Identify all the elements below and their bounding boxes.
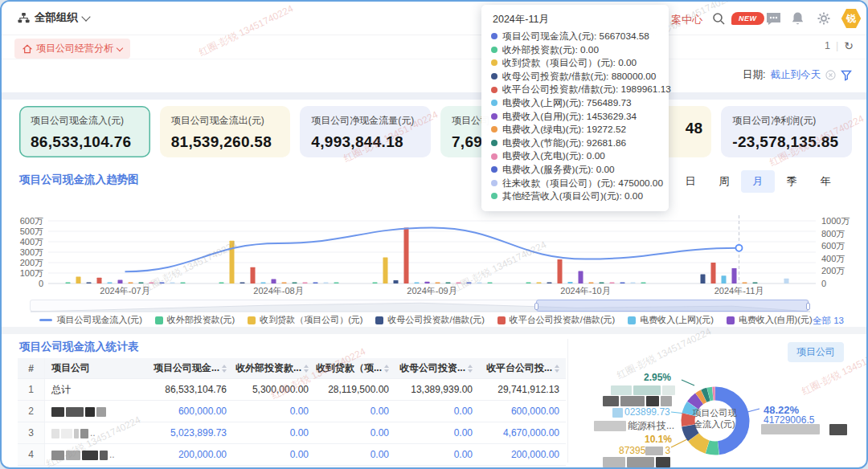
line-series[interactable] bbox=[125, 228, 739, 272]
bar-segment[interactable] bbox=[415, 282, 420, 283]
kpi-card-cash-in[interactable]: 项目公司现金流入(元) 86,533,104.76 bbox=[19, 106, 150, 157]
bar-segment[interactable] bbox=[373, 282, 378, 283]
sort-icon[interactable] bbox=[555, 365, 559, 373]
bar-segment[interactable] bbox=[139, 282, 144, 283]
bar-segment[interactable] bbox=[160, 282, 165, 283]
bar-segment[interactable] bbox=[568, 282, 573, 283]
sort-icon[interactable] bbox=[468, 365, 473, 373]
table-row[interactable]: 2600,000.000.000.000.00600,000.00 bbox=[18, 401, 566, 422]
period-tab-年[interactable]: 年 bbox=[809, 170, 842, 193]
bar-segment[interactable] bbox=[394, 280, 399, 283]
bar-segment[interactable] bbox=[526, 282, 531, 283]
bar-segment[interactable] bbox=[324, 282, 329, 283]
legend-item[interactable]: 电费收入(自用)(元) bbox=[727, 314, 813, 326]
column-header[interactable]: 收母公司投资... bbox=[395, 361, 479, 375]
bar-segment[interactable] bbox=[558, 259, 563, 283]
bar-segment[interactable] bbox=[313, 282, 318, 283]
bar-segment[interactable] bbox=[547, 282, 552, 283]
cell-value[interactable]: 0.00 bbox=[395, 406, 479, 417]
kpi-card-cash-out[interactable]: 项目公司现金流出(元) 81,539,260.58 bbox=[160, 106, 291, 157]
column-header[interactable]: 收到贷款（项... bbox=[315, 361, 395, 375]
bar-segment[interactable] bbox=[589, 282, 594, 283]
bar-segment[interactable] bbox=[87, 282, 92, 283]
cell-value[interactable]: 600,000.00 bbox=[130, 406, 233, 417]
bar-segment[interactable] bbox=[753, 282, 758, 283]
cell-value[interactable]: 0.00 bbox=[315, 427, 395, 438]
cell-value[interactable]: 5,023,899.73 bbox=[130, 427, 233, 438]
funnel-icon[interactable] bbox=[841, 70, 852, 81]
center-link[interactable]: 案中心 bbox=[671, 13, 702, 27]
bar-segment[interactable] bbox=[97, 278, 102, 283]
donut-slice[interactable] bbox=[694, 437, 707, 447]
bar-segment[interactable] bbox=[436, 282, 440, 283]
donut-slice[interactable] bbox=[707, 447, 719, 448]
data-zoom-slider[interactable] bbox=[30, 300, 809, 312]
donut-slice[interactable] bbox=[693, 398, 699, 405]
bar-segment[interactable] bbox=[129, 282, 133, 283]
org-switcher[interactable]: 全部组织 bbox=[18, 10, 89, 25]
bar-segment[interactable] bbox=[610, 282, 615, 283]
bar-segment[interactable] bbox=[251, 267, 256, 283]
bar-segment[interactable] bbox=[425, 282, 430, 283]
bar-segment[interactable] bbox=[631, 282, 636, 283]
bar-segment[interactable] bbox=[282, 282, 287, 283]
bar-segment[interactable] bbox=[457, 282, 461, 283]
sort-icon[interactable] bbox=[384, 365, 389, 373]
period-tab-月[interactable]: 月 bbox=[741, 170, 775, 193]
bar-segment[interactable] bbox=[446, 282, 451, 283]
bar-segment[interactable] bbox=[732, 268, 737, 283]
table-row[interactable]: 4..200,000.000.000.000.00200,000.00 bbox=[18, 444, 566, 466]
bar-segment[interactable] bbox=[240, 282, 245, 283]
bar-segment[interactable] bbox=[383, 258, 388, 284]
tab-project-analysis[interactable]: 项目公司经营分析 bbox=[14, 39, 130, 59]
data-zoom-handle-left[interactable] bbox=[534, 303, 538, 310]
cell-value[interactable]: 200,000.00 bbox=[130, 449, 233, 460]
bar-segment[interactable] bbox=[181, 282, 186, 283]
search-icon[interactable] bbox=[712, 12, 726, 26]
cell-value[interactable]: 200,000.00 bbox=[479, 449, 566, 460]
bar-segment[interactable] bbox=[711, 263, 716, 283]
period-tab-日[interactable]: 日 bbox=[674, 170, 707, 193]
donut-slice[interactable] bbox=[704, 394, 709, 396]
refresh-icon[interactable]: ↻ bbox=[844, 39, 854, 52]
bar-segment[interactable] bbox=[76, 277, 81, 284]
column-header[interactable]: 项目公司现金... bbox=[130, 361, 233, 375]
legend-item[interactable]: 收到贷款（项目公司）(元) bbox=[248, 314, 362, 326]
kpi-card-net-cashflow[interactable]: 项目公司净现金流量(元) 4,993,844.18 bbox=[300, 106, 431, 157]
bar-segment[interactable] bbox=[334, 282, 339, 283]
cell-value[interactable]: 600,000.00 bbox=[479, 406, 566, 417]
cell-value[interactable]: 0.00 bbox=[315, 406, 395, 417]
table-row[interactable]: 1总计86,533,104.765,300,000.0028,119,500.0… bbox=[18, 379, 566, 401]
period-tab-周[interactable]: 周 bbox=[707, 170, 741, 193]
sort-icon[interactable] bbox=[304, 365, 309, 373]
bar-segment[interactable] bbox=[620, 282, 625, 283]
bar-segment[interactable] bbox=[467, 282, 472, 283]
bell-icon[interactable] bbox=[791, 11, 805, 26]
message-icon[interactable] bbox=[765, 11, 782, 27]
donut-slice[interactable] bbox=[688, 414, 689, 426]
legend-item[interactable]: 电费收入(上网)(元) bbox=[628, 314, 714, 326]
bar-segment[interactable] bbox=[488, 282, 493, 283]
donut-slice[interactable] bbox=[699, 396, 703, 398]
bar-segment[interactable] bbox=[66, 282, 71, 283]
bar-segment[interactable] bbox=[743, 282, 747, 283]
column-header[interactable]: 收外部投资款... bbox=[233, 361, 315, 375]
clear-filter-icon[interactable] bbox=[825, 70, 836, 80]
bar-segment[interactable] bbox=[230, 241, 235, 283]
bar-segment[interactable] bbox=[404, 228, 409, 284]
table-row[interactable]: 3..5,023,899.730.000.000.004,670,000.00 bbox=[18, 422, 566, 444]
bar-segment[interactable] bbox=[579, 271, 583, 283]
data-zoom-selection[interactable] bbox=[536, 300, 809, 312]
bar-segment[interactable] bbox=[722, 275, 727, 283]
bar-segment[interactable] bbox=[537, 282, 542, 283]
bar-segment[interactable] bbox=[108, 282, 113, 283]
bar-segment[interactable] bbox=[219, 282, 224, 283]
cell-value[interactable]: 0.00 bbox=[233, 449, 315, 460]
cell-value[interactable]: 0.00 bbox=[233, 427, 315, 438]
legend-item[interactable]: 收平台公司投资款/借款(元) bbox=[497, 314, 615, 326]
donut-slice[interactable] bbox=[709, 394, 713, 394]
period-tab-季[interactable]: 季 bbox=[775, 170, 809, 193]
legend-item[interactable]: 收外部投资款(元) bbox=[155, 314, 235, 326]
cell-value[interactable]: 0.00 bbox=[395, 449, 479, 460]
date-value-link[interactable]: 截止到今天 bbox=[771, 68, 821, 82]
